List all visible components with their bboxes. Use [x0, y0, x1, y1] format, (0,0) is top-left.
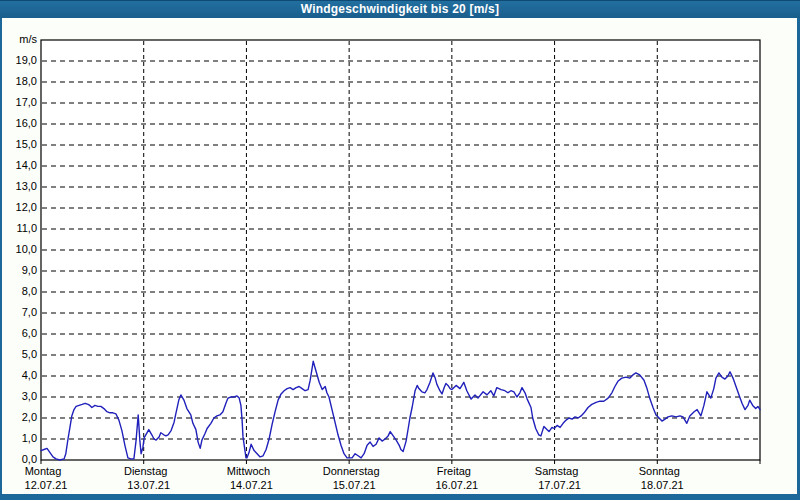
x-axis-day-label: Mittwoch [203, 465, 293, 478]
y-axis-tick-label: 13,0 [0, 180, 37, 193]
x-axis-date-label: 12.07.21 [1, 479, 91, 492]
wind-chart-window: Windgeschwindigkeit bis 20 [m/s] m/s 19,… [0, 0, 800, 500]
y-axis-tick-label: 17,0 [0, 96, 37, 109]
x-axis-day-label: Dienstag [101, 465, 191, 478]
y-axis-tick-label: 1,0 [0, 432, 37, 445]
y-axis-tick-label: 6,0 [0, 327, 37, 340]
y-axis-tick-label: 12,0 [0, 201, 37, 214]
y-axis-tick-label: 11,0 [0, 222, 37, 235]
x-axis-date-label: 18.07.21 [617, 479, 707, 492]
wind-speed-chart [0, 0, 800, 500]
y-axis-tick-label: 19,0 [0, 54, 37, 67]
y-axis-tick-label: 5,0 [0, 348, 37, 361]
y-axis-tick-label: 16,0 [0, 117, 37, 130]
x-axis-day-label: Freitag [409, 465, 499, 478]
plot-area [41, 40, 760, 460]
x-axis-date-label: 17.07.21 [515, 479, 605, 492]
x-axis-date-label: 16.07.21 [412, 479, 502, 492]
y-axis-tick-label: 7,0 [0, 306, 37, 319]
x-axis-day-label: Sonntag [614, 465, 704, 478]
x-axis-day-label: Samstag [512, 465, 602, 478]
x-axis-date-label: 14.07.21 [206, 479, 296, 492]
y-axis-tick-label: 2,0 [0, 411, 37, 424]
y-axis-tick-label: 9,0 [0, 264, 37, 277]
y-axis-tick-label: 3,0 [0, 390, 37, 403]
y-axis-tick-label: 8,0 [0, 285, 37, 298]
x-axis-day-label: Donnerstag [306, 465, 396, 478]
y-axis-tick-label: 15,0 [0, 138, 37, 151]
y-axis-tick-label: 4,0 [0, 369, 37, 382]
x-axis-day-label: Montag [0, 465, 88, 478]
y-axis-tick-label: 18,0 [0, 75, 37, 88]
y-axis-tick-label: 10,0 [0, 243, 37, 256]
x-axis-date-label: 13.07.21 [104, 479, 194, 492]
y-axis-unit-label: m/s [0, 33, 37, 46]
x-axis-date-label: 15.07.21 [309, 479, 399, 492]
y-axis-tick-label: 14,0 [0, 159, 37, 172]
